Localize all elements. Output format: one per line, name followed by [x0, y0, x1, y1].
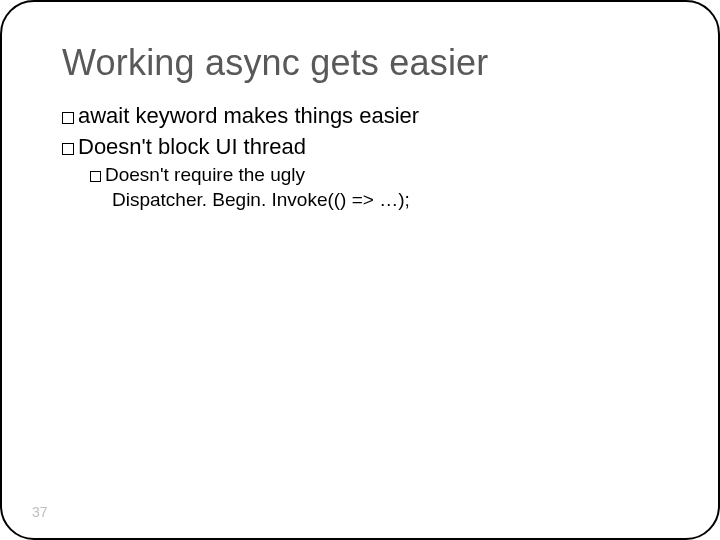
- page-number: 37: [32, 504, 48, 520]
- bullet-list: await keyword makes things easier Doesn'…: [62, 102, 658, 213]
- square-bullet-icon: [62, 143, 74, 155]
- slide-title: Working async gets easier: [62, 42, 658, 84]
- bullet-text: Doesn't block UI thread: [78, 134, 306, 159]
- slide-frame: Working async gets easier await keyword …: [0, 0, 720, 540]
- bullet-text-continuation: Dispatcher. Begin. Invoke(() => …);: [90, 188, 658, 213]
- bullet-text: Doesn't require the ugly: [105, 164, 305, 185]
- square-bullet-icon: [90, 171, 101, 182]
- square-bullet-icon: [62, 112, 74, 124]
- list-item: Doesn't require the ugly Dispatcher. Beg…: [62, 163, 658, 212]
- list-item: Doesn't block UI thread: [62, 133, 658, 162]
- list-item: await keyword makes things easier: [62, 102, 658, 131]
- bullet-text: await keyword makes things easier: [78, 103, 419, 128]
